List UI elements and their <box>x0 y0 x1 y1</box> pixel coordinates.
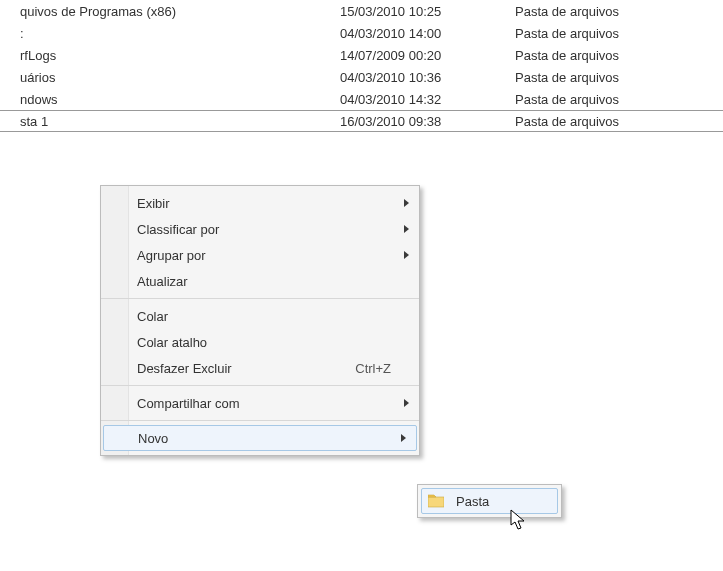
menu-item-refresh[interactable]: Atualizar <box>101 268 419 294</box>
file-name: : <box>0 26 340 41</box>
file-name: quivos de Programas (x86) <box>0 4 340 19</box>
submenu-item-folder[interactable]: Pasta <box>421 488 558 514</box>
menu-item-paste[interactable]: Colar <box>101 303 419 329</box>
table-row-selected[interactable]: sta 1 16/03/2010 09:38 Pasta de arquivos <box>0 110 723 132</box>
chevron-right-icon <box>401 434 406 442</box>
file-type: Pasta de arquivos <box>515 92 723 107</box>
table-row[interactable]: : 04/03/2010 14:00 Pasta de arquivos <box>0 22 723 44</box>
file-name: rfLogs <box>0 48 340 63</box>
submenu-item-label: Pasta <box>456 494 489 509</box>
file-type: Pasta de arquivos <box>515 114 723 129</box>
file-date: 16/03/2010 09:38 <box>340 114 515 129</box>
table-row[interactable]: quivos de Programas (x86) 15/03/2010 10:… <box>0 0 723 22</box>
file-type: Pasta de arquivos <box>515 70 723 85</box>
file-type: Pasta de arquivos <box>515 4 723 19</box>
context-menu: Exibir Classificar por Agrupar por Atual… <box>100 185 420 456</box>
menu-item-paste-shortcut[interactable]: Colar atalho <box>101 329 419 355</box>
chevron-right-icon <box>404 199 409 207</box>
file-name: sta 1 <box>0 114 340 129</box>
menu-item-group[interactable]: Agrupar por <box>101 242 419 268</box>
file-date: 04/03/2010 14:32 <box>340 92 515 107</box>
file-list: quivos de Programas (x86) 15/03/2010 10:… <box>0 0 723 132</box>
chevron-right-icon <box>404 251 409 259</box>
file-type: Pasta de arquivos <box>515 48 723 63</box>
file-name: ndows <box>0 92 340 107</box>
table-row[interactable]: rfLogs 14/07/2009 00:20 Pasta de arquivo… <box>0 44 723 66</box>
menu-item-sort[interactable]: Classificar por <box>101 216 419 242</box>
menu-item-share[interactable]: Compartilhar com <box>101 390 419 416</box>
file-type: Pasta de arquivos <box>515 26 723 41</box>
menu-item-undo-delete[interactable]: Desfazer Excluir Ctrl+Z <box>101 355 419 381</box>
table-row[interactable]: uários 04/03/2010 10:36 Pasta de arquivo… <box>0 66 723 88</box>
file-date: 04/03/2010 14:00 <box>340 26 515 41</box>
menu-item-new[interactable]: Novo <box>103 425 417 451</box>
file-date: 15/03/2010 10:25 <box>340 4 515 19</box>
file-date: 14/07/2009 00:20 <box>340 48 515 63</box>
menu-item-view[interactable]: Exibir <box>101 190 419 216</box>
submenu-new: Pasta <box>417 484 562 518</box>
file-date: 04/03/2010 10:36 <box>340 70 515 85</box>
file-name: uários <box>0 70 340 85</box>
chevron-right-icon <box>404 399 409 407</box>
table-row[interactable]: ndows 04/03/2010 14:32 Pasta de arquivos <box>0 88 723 110</box>
folder-icon <box>428 494 444 508</box>
chevron-right-icon <box>404 225 409 233</box>
